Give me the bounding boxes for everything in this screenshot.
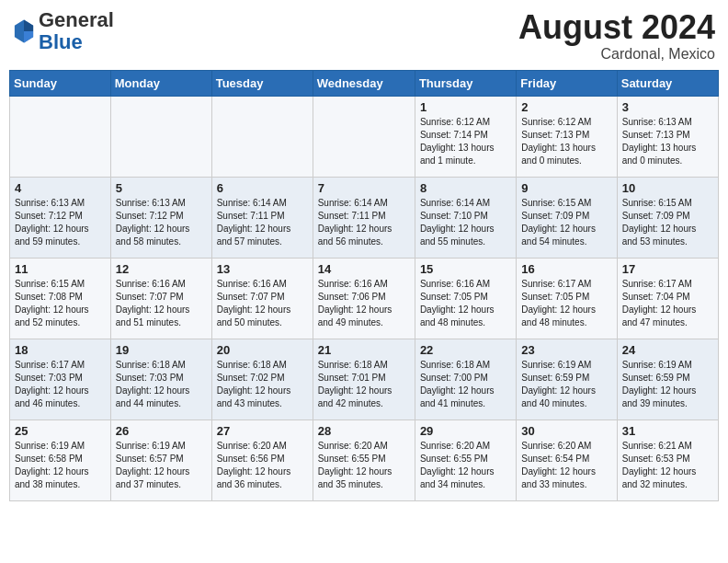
day-info: Sunrise: 6:12 AM Sunset: 7:13 PM Dayligh…: [521, 116, 611, 167]
day-info: Sunrise: 6:20 AM Sunset: 6:55 PM Dayligh…: [420, 440, 511, 491]
calendar-cell: 27Sunrise: 6:20 AM Sunset: 6:56 PM Dayli…: [211, 419, 313, 500]
calendar: SundayMondayTuesdayWednesdayThursdayFrid…: [9, 70, 719, 501]
calendar-cell: 28Sunrise: 6:20 AM Sunset: 6:55 PM Dayli…: [313, 419, 415, 500]
day-number: 1: [420, 100, 511, 114]
calendar-cell: 3Sunrise: 6:13 AM Sunset: 7:13 PM Daylig…: [617, 96, 718, 177]
calendar-cell: [10, 96, 111, 177]
calendar-cell: 19Sunrise: 6:18 AM Sunset: 7:03 PM Dayli…: [110, 339, 211, 419]
day-number: 15: [420, 262, 511, 276]
calendar-week-5: 25Sunrise: 6:19 AM Sunset: 6:58 PM Dayli…: [10, 419, 719, 500]
day-info: Sunrise: 6:13 AM Sunset: 7:12 PM Dayligh…: [15, 197, 106, 248]
day-info: Sunrise: 6:20 AM Sunset: 6:54 PM Dayligh…: [521, 440, 611, 491]
day-info: Sunrise: 6:13 AM Sunset: 7:13 PM Dayligh…: [622, 116, 713, 167]
day-info: Sunrise: 6:18 AM Sunset: 7:03 PM Dayligh…: [116, 359, 207, 410]
day-info: Sunrise: 6:17 AM Sunset: 7:04 PM Dayligh…: [622, 278, 713, 329]
day-info: Sunrise: 6:17 AM Sunset: 7:05 PM Dayligh…: [521, 278, 611, 329]
day-number: 8: [420, 181, 511, 195]
day-info: Sunrise: 6:15 AM Sunset: 7:08 PM Dayligh…: [15, 278, 106, 329]
day-number: 21: [318, 343, 410, 357]
day-info: Sunrise: 6:18 AM Sunset: 7:02 PM Dayligh…: [217, 359, 308, 410]
calendar-cell: 31Sunrise: 6:21 AM Sunset: 6:53 PM Dayli…: [617, 419, 718, 500]
calendar-cell: 13Sunrise: 6:16 AM Sunset: 7:07 PM Dayli…: [211, 258, 313, 339]
day-number: 31: [622, 424, 713, 438]
calendar-week-4: 18Sunrise: 6:17 AM Sunset: 7:03 PM Dayli…: [10, 339, 719, 419]
calendar-cell: 23Sunrise: 6:19 AM Sunset: 6:59 PM Dayli…: [517, 339, 617, 419]
logo-icon: [13, 18, 35, 44]
calendar-cell: 18Sunrise: 6:17 AM Sunset: 7:03 PM Dayli…: [10, 339, 111, 419]
day-header-tuesday: Tuesday: [211, 70, 313, 96]
day-number: 2: [521, 100, 611, 114]
day-info: Sunrise: 6:18 AM Sunset: 7:01 PM Dayligh…: [318, 359, 410, 410]
day-number: 26: [116, 424, 207, 438]
calendar-cell: 24Sunrise: 6:19 AM Sunset: 6:59 PM Dayli…: [617, 339, 718, 419]
calendar-cell: 8Sunrise: 6:14 AM Sunset: 7:10 PM Daylig…: [415, 177, 516, 258]
day-info: Sunrise: 6:15 AM Sunset: 7:09 PM Dayligh…: [521, 197, 611, 248]
logo-blue-text: Blue: [39, 30, 83, 53]
day-info: Sunrise: 6:14 AM Sunset: 7:11 PM Dayligh…: [217, 197, 308, 248]
day-info: Sunrise: 6:21 AM Sunset: 6:53 PM Dayligh…: [622, 440, 713, 491]
title-area: August 2024 Cardonal, Mexico: [518, 9, 715, 63]
day-number: 19: [116, 343, 207, 357]
calendar-cell: 29Sunrise: 6:20 AM Sunset: 6:55 PM Dayli…: [415, 419, 516, 500]
calendar-cell: [211, 96, 313, 177]
calendar-cell: 4Sunrise: 6:13 AM Sunset: 7:12 PM Daylig…: [10, 177, 111, 258]
calendar-week-1: 1Sunrise: 6:12 AM Sunset: 7:14 PM Daylig…: [10, 96, 719, 177]
day-header-wednesday: Wednesday: [313, 70, 415, 96]
day-number: 6: [217, 181, 308, 195]
calendar-cell: 16Sunrise: 6:17 AM Sunset: 7:05 PM Dayli…: [517, 258, 617, 339]
day-number: 20: [217, 343, 308, 357]
day-number: 22: [420, 343, 511, 357]
calendar-cell: 6Sunrise: 6:14 AM Sunset: 7:11 PM Daylig…: [211, 177, 313, 258]
day-info: Sunrise: 6:16 AM Sunset: 7:06 PM Dayligh…: [318, 278, 410, 329]
day-number: 14: [318, 262, 410, 276]
day-number: 5: [116, 181, 207, 195]
calendar-cell: 10Sunrise: 6:15 AM Sunset: 7:09 PM Dayli…: [617, 177, 718, 258]
calendar-cell: 30Sunrise: 6:20 AM Sunset: 6:54 PM Dayli…: [517, 419, 617, 500]
day-info: Sunrise: 6:16 AM Sunset: 7:07 PM Dayligh…: [217, 278, 308, 329]
day-info: Sunrise: 6:20 AM Sunset: 6:55 PM Dayligh…: [318, 440, 410, 491]
calendar-cell: 17Sunrise: 6:17 AM Sunset: 7:04 PM Dayli…: [617, 258, 718, 339]
day-number: 30: [521, 424, 611, 438]
calendar-cell: 14Sunrise: 6:16 AM Sunset: 7:06 PM Dayli…: [313, 258, 415, 339]
calendar-header: SundayMondayTuesdayWednesdayThursdayFrid…: [10, 70, 719, 96]
location: Cardonal, Mexico: [518, 46, 715, 63]
day-info: Sunrise: 6:17 AM Sunset: 7:03 PM Dayligh…: [15, 359, 106, 410]
calendar-cell: 22Sunrise: 6:18 AM Sunset: 7:00 PM Dayli…: [415, 339, 516, 419]
calendar-cell: 26Sunrise: 6:19 AM Sunset: 6:57 PM Dayli…: [110, 419, 211, 500]
calendar-week-2: 4Sunrise: 6:13 AM Sunset: 7:12 PM Daylig…: [10, 177, 719, 258]
calendar-cell: 20Sunrise: 6:18 AM Sunset: 7:02 PM Dayli…: [211, 339, 313, 419]
logo-general-text: General: [39, 8, 114, 31]
day-header-sunday: Sunday: [10, 70, 111, 96]
calendar-week-3: 11Sunrise: 6:15 AM Sunset: 7:08 PM Dayli…: [10, 258, 719, 339]
calendar-cell: 11Sunrise: 6:15 AM Sunset: 7:08 PM Dayli…: [10, 258, 111, 339]
day-info: Sunrise: 6:14 AM Sunset: 7:10 PM Dayligh…: [420, 197, 511, 248]
day-number: 12: [116, 262, 207, 276]
month-year: August 2024: [518, 9, 715, 46]
day-header-monday: Monday: [110, 70, 211, 96]
day-info: Sunrise: 6:15 AM Sunset: 7:09 PM Dayligh…: [622, 197, 713, 248]
day-info: Sunrise: 6:19 AM Sunset: 6:59 PM Dayligh…: [622, 359, 713, 410]
calendar-cell: 5Sunrise: 6:13 AM Sunset: 7:12 PM Daylig…: [110, 177, 211, 258]
day-info: Sunrise: 6:16 AM Sunset: 7:05 PM Dayligh…: [420, 278, 511, 329]
svg-marker-2: [24, 31, 33, 42]
calendar-cell: 15Sunrise: 6:16 AM Sunset: 7:05 PM Dayli…: [415, 258, 516, 339]
calendar-cell: 2Sunrise: 6:12 AM Sunset: 7:13 PM Daylig…: [517, 96, 617, 177]
calendar-cell: 7Sunrise: 6:14 AM Sunset: 7:11 PM Daylig…: [313, 177, 415, 258]
calendar-cell: 1Sunrise: 6:12 AM Sunset: 7:14 PM Daylig…: [415, 96, 516, 177]
day-header-thursday: Thursday: [415, 70, 516, 96]
day-number: 9: [521, 181, 611, 195]
calendar-body: 1Sunrise: 6:12 AM Sunset: 7:14 PM Daylig…: [10, 96, 719, 500]
day-number: 10: [622, 181, 713, 195]
day-info: Sunrise: 6:19 AM Sunset: 6:58 PM Dayligh…: [15, 440, 106, 491]
day-info: Sunrise: 6:14 AM Sunset: 7:11 PM Dayligh…: [318, 197, 410, 248]
day-number: 24: [622, 343, 713, 357]
day-header-friday: Friday: [517, 70, 617, 96]
day-info: Sunrise: 6:19 AM Sunset: 6:57 PM Dayligh…: [116, 440, 207, 491]
calendar-cell: 21Sunrise: 6:18 AM Sunset: 7:01 PM Dayli…: [313, 339, 415, 419]
day-info: Sunrise: 6:18 AM Sunset: 7:00 PM Dayligh…: [420, 359, 511, 410]
day-info: Sunrise: 6:16 AM Sunset: 7:07 PM Dayligh…: [116, 278, 207, 329]
day-number: 25: [15, 424, 106, 438]
day-number: 17: [622, 262, 713, 276]
day-header-saturday: Saturday: [617, 70, 718, 96]
day-info: Sunrise: 6:19 AM Sunset: 6:59 PM Dayligh…: [521, 359, 611, 410]
